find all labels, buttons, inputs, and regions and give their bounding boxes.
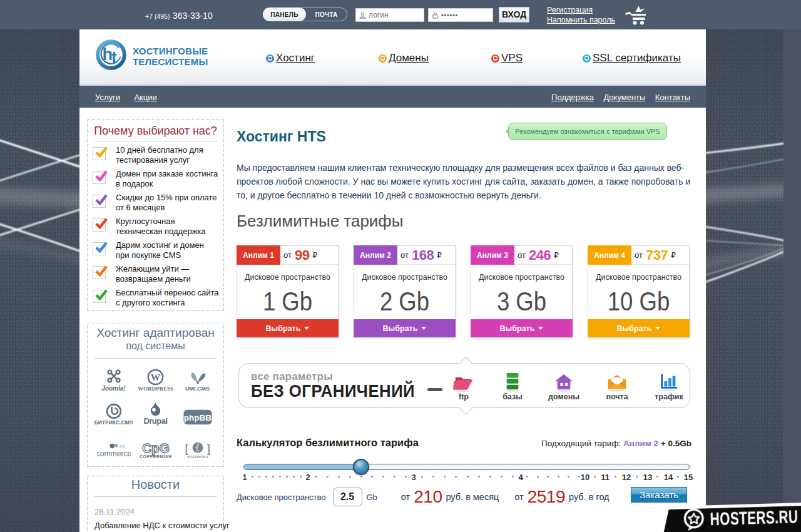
cms-logo-wordpress: W WORDPRESS (135, 360, 176, 394)
select-button[interactable]: Выбрать (471, 319, 573, 337)
subnav-akcii[interactable]: Акции (134, 93, 156, 102)
logo-icon[interactable]: h t (96, 39, 126, 70)
cms-logo-wikipedia: []WIKIPEDIA (176, 427, 218, 461)
cms-logo-drupal: Drupal (135, 394, 176, 427)
subnav: Услуги Акции Поддержка Документы Контакт… (79, 86, 706, 108)
register-link[interactable]: Регистрация (547, 5, 615, 15)
page-container: h t ХОСТИНГОВЫЕТЕЛЕСИСТЕМЫ Хостинг Домен… (79, 29, 706, 532)
checkbox-icon (93, 266, 106, 279)
price-month: от 210 руб. в месяц (401, 487, 499, 507)
tariff-badge: Анлим 2 (354, 245, 397, 265)
cms-logo-oscommerce: commerceos (93, 427, 135, 461)
user-icon (359, 12, 366, 19)
subnav-kontakty[interactable]: Контакты (655, 93, 690, 102)
tariff-badge: Анлим 3 (471, 245, 514, 265)
why-item: Дарим хостинг и домен при покупке CMS (93, 240, 218, 260)
select-button[interactable]: Выбрать (588, 319, 690, 337)
cms-grid: Joomla! W WORDPRESS UMI.CMS БИТРИКС.CMS (93, 359, 218, 461)
svg-text:commerce: commerce (97, 449, 131, 458)
login-field-box (355, 8, 424, 22)
svg-text:t: t (111, 48, 117, 67)
domains-radio-icon (379, 54, 387, 63)
svg-text:os: os (120, 443, 125, 449)
cms-logo-umicms: UMI.CMS (176, 360, 218, 394)
cms-subtitle: под системы (93, 340, 218, 358)
nav-domains[interactable]: Домены (379, 52, 429, 64)
cart-icon[interactable] (625, 5, 652, 25)
remind-password-link[interactable]: Напомнить пароль (547, 15, 615, 25)
checkbox-icon (93, 147, 106, 160)
param-traffic: трафик (646, 369, 691, 401)
checkbox-icon (93, 195, 106, 208)
why-item: Домен при заказе хостинга в подарок (93, 169, 218, 189)
subnav-dokumenty[interactable]: Документы (603, 93, 645, 102)
password-input[interactable] (441, 12, 489, 19)
hosters-logo-text: HOSTERS.RU (710, 506, 798, 529)
toggle-panel-button[interactable]: ПАНЕЛЬ (263, 8, 306, 21)
hosters-logo-icon (681, 507, 707, 532)
vps-tooltip[interactable]: Рекомендуем ознакомиться с тарифами VPS (508, 123, 667, 140)
disk-size: 3 Gb (477, 287, 565, 317)
select-button[interactable]: Выбрать (354, 319, 456, 337)
checkbox-icon (93, 242, 106, 255)
mail-icon (606, 369, 628, 392)
disk-size: 10 Gb (594, 287, 682, 317)
ssl-radio-icon (583, 54, 591, 63)
news-box: Новости 28.11.2024 Добавление НДС к стои… (87, 476, 224, 532)
enter-button[interactable]: ВХОД (499, 7, 529, 23)
disk-value-input[interactable] (333, 488, 362, 506)
site-header: h t ХОСТИНГОВЫЕТЕЛЕСИСТЕМЫ Хостинг Домен… (79, 29, 706, 86)
param-mail: почта (594, 369, 640, 401)
panel-mail-toggle: ПАНЕЛЬ ПОЧТА (263, 8, 347, 21)
news-date: 28.11.2024 (94, 507, 217, 516)
suitable-plan-link[interactable]: Анлим 2 (623, 439, 658, 448)
svg-text:COPPERMINE: COPPERMINE (140, 454, 172, 459)
phone-number: +7 (495) 363-33-10 (145, 10, 213, 21)
disk-size: 1 Gb (243, 287, 331, 317)
params-box: все параметры БЕЗ ОГРАНИЧЕНИЙ ftp (238, 363, 690, 408)
hosters-watermark: HOSTERS.RU (662, 503, 801, 532)
nav-hosting[interactable]: Хостинг (266, 52, 315, 64)
tariff-card-anlim2: Анлим 2 от168₽ Дисковое пространство 2 G… (354, 245, 456, 337)
vps-radio-icon (491, 54, 499, 63)
slider-fill (244, 464, 361, 469)
tariff-badge: Анлим 4 (588, 245, 631, 265)
house-icon (554, 369, 574, 392)
sidebar: Почему выбирают нас? 10 дней бесплатно д… (87, 119, 224, 532)
cms-logo-joomla: Joomla! (93, 360, 135, 394)
why-item: 10 дней бесплатно для тестирования услуг (93, 145, 218, 165)
checkbox-icon (93, 218, 106, 232)
tariff-card-anlim1: Анлим 1 от99₽ Дисковое пространство 1 Gb… (237, 245, 339, 337)
login-input[interactable] (369, 11, 421, 19)
why-item: Бесплатный перенос сайта с другого хости… (93, 288, 218, 308)
password-field-box (428, 8, 493, 22)
toggle-mail-button[interactable]: ПОЧТА (306, 8, 347, 21)
why-title: Почему выбирают нас? (93, 125, 218, 141)
why-box: Почему выбирают нас? 10 дней бесплатно д… (87, 119, 224, 311)
subnav-uslugi[interactable]: Услуги (95, 93, 120, 102)
subnav-podderzhka[interactable]: Поддержка (551, 93, 594, 102)
hosting-radio-icon (266, 54, 274, 63)
chart-icon (659, 369, 679, 392)
why-item: Круглосуточная техническая поддержка (93, 217, 218, 237)
nav-ssl[interactable]: SSL сертификаты (583, 52, 681, 64)
tariff-card-anlim4: Анлим 4 от737₽ Дисковое пространство 10 … (588, 245, 690, 337)
tariff-card-anlim3: Анлим 3 от246₽ Дисковое пространство 3 G… (471, 245, 573, 337)
news-item-link[interactable]: Добавление НДС к стоимости услуг с 01.01… (94, 519, 217, 532)
svg-text:CpG: CpG (142, 441, 170, 455)
tariff-cards: Анлим 1 от99₽ Дисковое пространство 1 Gb… (237, 245, 693, 337)
main-column: Хостинг HTS Рекомендуем ознакомиться с т… (237, 119, 693, 532)
tariff-badge: Анлим 1 (237, 245, 280, 265)
order-button[interactable]: Заказать (631, 487, 687, 503)
param-domains: домены (541, 369, 586, 401)
select-button[interactable]: Выбрать (237, 319, 339, 337)
slider-scale: 1 2 3 4 10 11 12 13 14 15 (243, 473, 690, 482)
logo-text[interactable]: ХОСТИНГОВЫЕТЕЛЕСИСТЕМЫ (133, 46, 208, 67)
cms-logo-bitrix: БИТРИКС.CMS (93, 394, 135, 427)
checkbox-icon (93, 171, 106, 184)
checkbox-icon (93, 290, 106, 303)
nav-vps[interactable]: VPS (491, 52, 523, 64)
param-db: базы (490, 369, 535, 401)
calc-row: Дисковое пространство Gb от 210 руб. в м… (237, 488, 693, 506)
intro-paragraph: Мы предоставляем нашим клиентам техничес… (237, 161, 693, 202)
